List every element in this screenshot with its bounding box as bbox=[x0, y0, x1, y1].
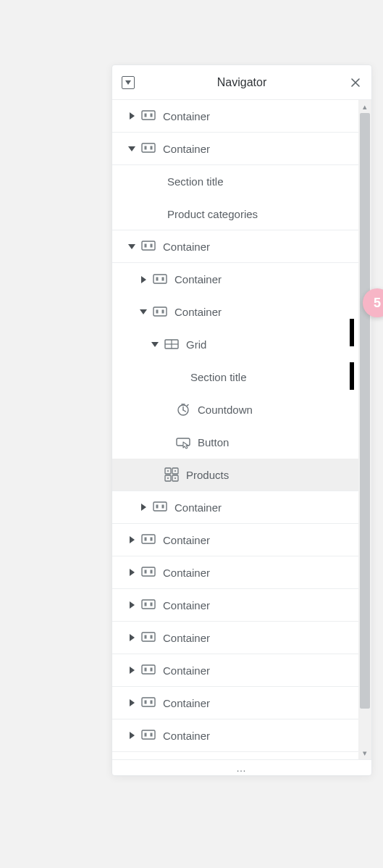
container-icon bbox=[140, 141, 157, 156]
tree-row[interactable]: Button bbox=[112, 426, 358, 459]
toggle-right-icon[interactable] bbox=[125, 601, 138, 609]
navigator-header: Navigator bbox=[112, 65, 371, 100]
tree-row[interactable]: Container bbox=[112, 263, 358, 296]
close-button[interactable] bbox=[340, 78, 371, 88]
container-icon bbox=[140, 663, 157, 677]
tree-row[interactable]: Container bbox=[112, 622, 358, 654]
tree-row[interactable]: Container bbox=[112, 719, 358, 752]
tree-row[interactable]: Container bbox=[112, 687, 358, 719]
tree-row-label: Product categories bbox=[167, 208, 258, 220]
tree-row[interactable]: Section title bbox=[112, 165, 358, 198]
tree-row[interactable]: Container bbox=[112, 133, 358, 165]
tree-row-label: Container bbox=[163, 599, 210, 612]
tree-row[interactable]: Products bbox=[112, 459, 358, 491]
toggle-right-icon[interactable] bbox=[137, 504, 150, 511]
scroll-down-arrow[interactable]: ▾ bbox=[358, 746, 371, 759]
countdown-icon bbox=[174, 403, 192, 417]
toggle-down-icon[interactable] bbox=[148, 341, 161, 348]
scroll-up-arrow[interactable]: ▴ bbox=[358, 100, 371, 113]
tree-row-label: Container bbox=[174, 501, 222, 514]
scrollbar[interactable]: ▴ ▾ bbox=[358, 100, 371, 759]
toggle-right-icon[interactable] bbox=[125, 634, 138, 641]
tree-row-label: Container bbox=[163, 534, 210, 546]
toggle-right-icon[interactable] bbox=[125, 732, 138, 739]
toggle-right-icon[interactable] bbox=[125, 667, 138, 674]
tree-row[interactable]: Container bbox=[112, 491, 358, 524]
scroll-thumb-track[interactable] bbox=[358, 113, 371, 746]
toggle-right-icon[interactable] bbox=[125, 112, 138, 120]
container-icon bbox=[140, 598, 157, 612]
close-icon bbox=[350, 78, 361, 88]
edge-marker bbox=[350, 362, 354, 390]
toggle-down-icon[interactable] bbox=[137, 309, 150, 315]
tree-row[interactable]: Container bbox=[112, 589, 358, 622]
scroll-thumb[interactable] bbox=[360, 113, 370, 709]
tree-scroll-area: ContainerContainerSection titleProduct c… bbox=[112, 100, 371, 759]
tree-row-label: Container bbox=[163, 110, 210, 122]
toggle-down-icon[interactable] bbox=[125, 243, 138, 250]
tree-row[interactable]: Countdown bbox=[112, 393, 358, 426]
grid-icon bbox=[163, 338, 180, 352]
container-icon bbox=[140, 565, 157, 580]
tree-row-label: Container bbox=[163, 143, 210, 155]
expand-all-button[interactable] bbox=[112, 76, 144, 89]
products-icon bbox=[163, 467, 180, 482]
tree-row[interactable]: Section title bbox=[112, 361, 358, 393]
tree-row-label: Container bbox=[163, 730, 210, 742]
tree-row-label: Grid bbox=[186, 338, 206, 351]
tree-row[interactable]: Container bbox=[112, 100, 358, 133]
tree-row-label: Button bbox=[198, 436, 229, 448]
container-icon bbox=[151, 305, 169, 320]
container-icon bbox=[140, 728, 157, 743]
tree-row-label: Section title bbox=[167, 175, 224, 188]
tree-row-label: Countdown bbox=[198, 404, 253, 416]
tree-row-label: Products bbox=[186, 469, 229, 481]
toggle-down-icon[interactable] bbox=[125, 146, 138, 152]
tree-row[interactable]: Product categories bbox=[112, 198, 358, 230]
toggle-right-icon[interactable] bbox=[137, 276, 150, 283]
tree-row[interactable]: Container bbox=[112, 654, 358, 687]
container-icon bbox=[140, 533, 157, 547]
toggle-right-icon[interactable] bbox=[125, 699, 138, 706]
tree-row[interactable]: Container bbox=[112, 230, 358, 263]
element-tree: ContainerContainerSection titleProduct c… bbox=[112, 100, 358, 759]
tree-row-label: Section title bbox=[190, 371, 247, 383]
edge-marker bbox=[350, 319, 354, 346]
tree-row[interactable]: Container bbox=[112, 556, 358, 589]
container-icon bbox=[140, 109, 157, 123]
container-icon bbox=[140, 696, 157, 710]
tree-row-label: Container bbox=[163, 697, 210, 709]
tree-row-label: Container bbox=[163, 241, 210, 253]
tree-row-label: Container bbox=[163, 632, 210, 644]
toggle-right-icon[interactable] bbox=[125, 569, 138, 576]
navigator-panel: Navigator ContainerContainerSection titl… bbox=[111, 64, 372, 776]
tree-row-label: Container bbox=[163, 664, 210, 677]
tree-row[interactable]: Container bbox=[112, 524, 358, 556]
container-icon bbox=[140, 630, 157, 645]
tree-row-label: Container bbox=[163, 567, 210, 579]
resize-dots: … bbox=[236, 762, 248, 774]
resize-handle[interactable]: … bbox=[112, 759, 371, 775]
button-icon bbox=[174, 435, 192, 450]
container-icon bbox=[140, 239, 157, 254]
tree-row-label: Container bbox=[174, 306, 222, 318]
badge-count: 5 bbox=[374, 296, 381, 311]
toggle-right-icon[interactable] bbox=[125, 536, 138, 543]
container-icon bbox=[151, 500, 169, 514]
container-icon bbox=[151, 272, 169, 287]
tree-row[interactable]: Container bbox=[112, 296, 358, 328]
tree-row-label: Container bbox=[174, 273, 222, 285]
panel-title: Navigator bbox=[144, 76, 340, 89]
tree-row[interactable]: Grid bbox=[112, 328, 358, 361]
